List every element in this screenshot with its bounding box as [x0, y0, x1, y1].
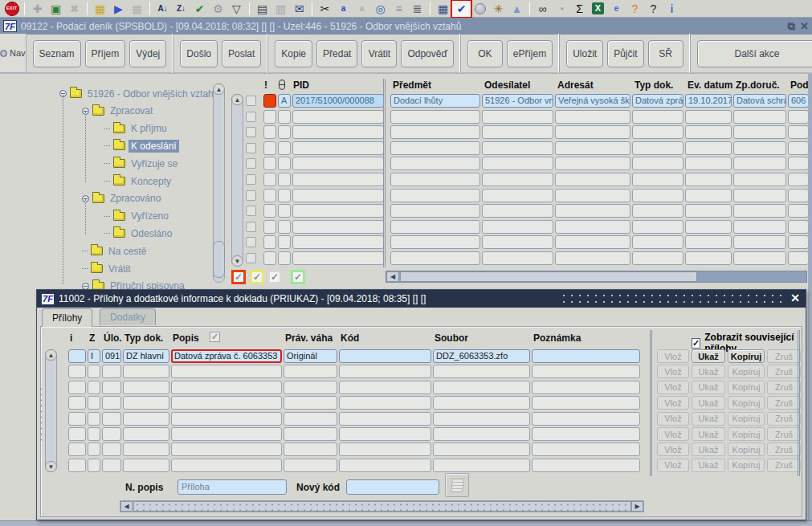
- filter-yellow-checkbox[interactable]: ✓: [250, 270, 264, 284]
- sum-icon[interactable]: Σ: [570, 1, 589, 17]
- row-button-kopruj[interactable]: Kopíruj: [728, 349, 765, 363]
- cell-odesilatel[interactable]: 51926 - Odbor vně: [482, 94, 553, 108]
- cell-pod[interactable]: [788, 157, 809, 170]
- tree-item-10[interactable]: Vrátit: [82, 262, 133, 275]
- row-checkbox[interactable]: [246, 222, 256, 232]
- cell-pid[interactable]: [292, 125, 384, 139]
- table-scroll-down-icon[interactable]: ▼: [231, 255, 243, 267]
- tools-icon[interactable]: ⚙: [209, 1, 227, 17]
- cell-clip[interactable]: [278, 125, 291, 139]
- dialog-cell-z[interactable]: [88, 396, 100, 410]
- tree-item-9[interactable]: Na cestě: [82, 244, 149, 258]
- action-button-seznam[interactable]: Seznam: [33, 40, 81, 67]
- dialog-cell-poznamka[interactable]: [532, 427, 640, 441]
- tree-scroll-thumb[interactable]: [213, 241, 225, 278]
- tree-item-7[interactable]: Vyřízeno: [104, 210, 171, 223]
- cell-typdok[interactable]: [632, 189, 683, 202]
- table-row[interactable]: [246, 110, 810, 124]
- cell-typdok[interactable]: [632, 235, 683, 249]
- cell-predmet[interactable]: [390, 251, 480, 265]
- cell-evdatum[interactable]: [685, 141, 732, 155]
- sign-button[interactable]: [445, 473, 469, 497]
- table-row[interactable]: [246, 173, 810, 186]
- cell-clip[interactable]: A: [278, 94, 291, 108]
- tab-prilohy[interactable]: Přílohy: [42, 308, 92, 327]
- dialog-cell-typdok[interactable]: [123, 427, 169, 441]
- hscroll-left-icon[interactable]: ◀: [386, 271, 399, 282]
- cancel-record-icon[interactable]: ✖: [65, 1, 84, 17]
- dialog-cell-i[interactable]: [68, 459, 86, 472]
- action-button-do-lo[interactable]: Došlo: [180, 40, 218, 67]
- table-row[interactable]: [246, 204, 810, 218]
- cell-evdatum[interactable]: [685, 173, 732, 186]
- cell-clip[interactable]: [278, 173, 291, 186]
- prism-icon[interactable]: ▲: [508, 1, 526, 17]
- dialog-cell-soubor[interactable]: [433, 365, 530, 378]
- cell-pod[interactable]: [788, 125, 809, 139]
- action-button-kopie[interactable]: Kopie: [275, 40, 312, 67]
- import-record-icon[interactable]: ▣: [47, 1, 65, 17]
- action-button-p-j-it[interactable]: Půjčit: [607, 40, 643, 67]
- row-checkbox[interactable]: [246, 237, 256, 247]
- cell-pod[interactable]: [788, 204, 809, 218]
- find-document-icon[interactable]: ◎: [371, 1, 390, 17]
- print-report-icon[interactable]: ▥: [271, 1, 290, 17]
- mail-icon[interactable]: ✉: [290, 1, 308, 17]
- cell-odesilatel[interactable]: [482, 251, 553, 265]
- tab-dodatky[interactable]: Dodatky: [100, 308, 156, 325]
- dialog-cell-poznamka[interactable]: [532, 349, 640, 363]
- dialog-cell-poznamka[interactable]: [532, 442, 640, 456]
- dialog-cell-ulo[interactable]: [102, 442, 121, 456]
- filter-green-checkbox[interactable]: ✓: [291, 270, 305, 284]
- cell-pod[interactable]: [788, 189, 809, 202]
- action-button-odpov-[interactable]: Odpověď: [401, 40, 453, 67]
- tree-item-5[interactable]: Koncepty: [104, 174, 173, 188]
- outline-icon[interactable]: ≡: [390, 1, 408, 17]
- dialog-cell-kod[interactable]: [339, 427, 431, 441]
- cell-excl[interactable]: [263, 235, 276, 249]
- cell-evdatum[interactable]: [685, 235, 732, 249]
- cell-pid[interactable]: [292, 173, 384, 186]
- dialog-cell-typdok[interactable]: [123, 442, 169, 456]
- cell-excl[interactable]: [263, 141, 276, 155]
- dialog-cell-kod[interactable]: [339, 412, 431, 426]
- dialog-cell-z[interactable]: [88, 442, 100, 456]
- cell-pod[interactable]: [788, 141, 809, 155]
- cell-typdok[interactable]: [632, 173, 683, 186]
- cell-adresat[interactable]: Veřejná vysoká šk: [555, 94, 630, 108]
- table-row[interactable]: [246, 157, 810, 170]
- cell-evdatum[interactable]: [685, 251, 732, 265]
- attachment-row[interactable]: VložUkažKopírujZruš: [68, 427, 803, 441]
- schedule-icon[interactable]: ▦: [434, 1, 452, 17]
- dialog-cell-popis[interactable]: [171, 427, 282, 441]
- row-checkbox[interactable]: [246, 190, 256, 201]
- cell-predmet[interactable]: [390, 157, 480, 170]
- info-icon[interactable]: i: [663, 1, 681, 17]
- row-checkbox[interactable]: [246, 96, 256, 106]
- cell-clip[interactable]: [278, 220, 291, 234]
- cell-evdatum[interactable]: [685, 204, 732, 218]
- dialog-cell-soubor[interactable]: [433, 459, 530, 472]
- dialog-cell-z[interactable]: [88, 427, 100, 441]
- dialog-hscrollbar[interactable]: ◀ ▶: [120, 500, 644, 512]
- cell-evdatum[interactable]: [685, 189, 732, 202]
- cut-icon[interactable]: ✂: [316, 1, 334, 17]
- cell-typdok[interactable]: [632, 141, 683, 155]
- dialog-cell-poznamka[interactable]: [532, 412, 640, 426]
- n-popis-field[interactable]: Příloha: [177, 479, 287, 495]
- dialog-cell-soubor[interactable]: [433, 381, 530, 394]
- action-button-vr-tit[interactable]: Vrátit: [361, 40, 397, 67]
- dialog-cell-ulo[interactable]: [102, 459, 121, 472]
- action-button-ulo-it[interactable]: Uložit: [566, 40, 603, 67]
- dialog-cell-popis[interactable]: [171, 381, 282, 394]
- row-checkbox[interactable]: [246, 253, 256, 263]
- row-checkbox[interactable]: [246, 206, 256, 216]
- close-icon[interactable]: ✕: [800, 20, 809, 33]
- table-scrollbar[interactable]: [231, 94, 243, 267]
- cell-pid[interactable]: [292, 141, 384, 155]
- dialog-cell-kod[interactable]: [339, 442, 431, 456]
- dialog-cell-ulo[interactable]: [102, 381, 121, 394]
- tree-item-2[interactable]: K příjmu: [104, 122, 169, 136]
- dialog-cell-prav[interactable]: [284, 412, 337, 426]
- dialog-cell-i[interactable]: [68, 442, 86, 456]
